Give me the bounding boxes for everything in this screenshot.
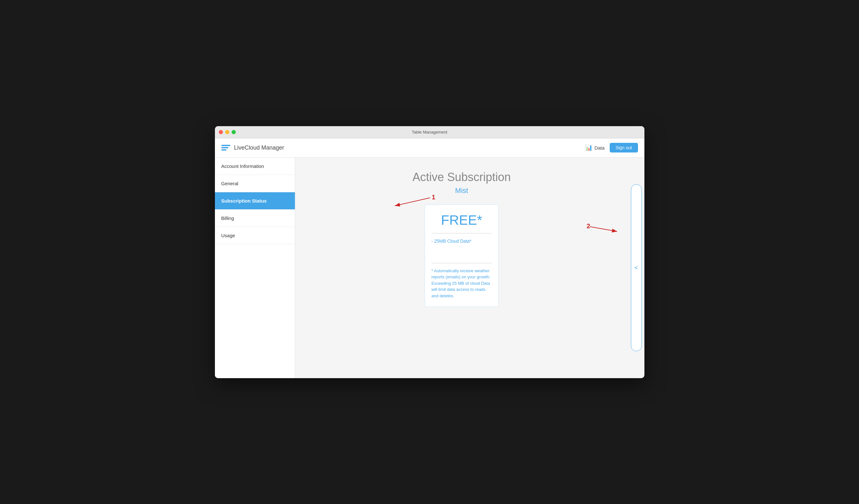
close-button[interactable] [219,130,223,134]
logo-bar-3 [221,149,226,151]
sidebar-item-billing[interactable]: Billing [215,210,295,227]
scroll-panel[interactable]: < [631,184,642,351]
titlebar: Table Management [215,126,644,138]
chart-icon: 📊 [585,144,592,151]
logo-bar-1 [221,145,230,146]
window-controls [219,130,236,134]
window-title: Table Management [412,130,448,135]
data-link[interactable]: 📊 Data [585,144,605,151]
svg-text:1: 1 [432,193,435,201]
main-content: Active Subscription Mist FREE* - 25MB Cl… [295,158,628,378]
page-subtitle: Mist [455,187,468,195]
svg-line-4 [590,227,617,232]
annotation-arrow-2: 2 [587,222,625,238]
subscription-note: * Automatically receive weather reports … [432,268,492,299]
sidebar-item-general[interactable]: General [215,175,295,192]
sidebar: Account Information General Subscription… [215,158,295,378]
card-divider-1 [432,233,492,233]
logo-area: LiveCloud Manager [221,144,284,151]
data-label: Data [594,145,605,151]
right-panel: 2 < [628,158,644,378]
minimize-button[interactable] [225,130,229,134]
chevron-left-icon: < [634,265,638,271]
page-title: Active Subscription [412,171,511,184]
body-layout: Account Information General Subscription… [215,158,644,378]
card-divider-2 [432,263,492,263]
subscription-card: FREE* - 25MB Cloud Data* * Automatically… [425,204,499,307]
header-right: 📊 Data Sign out [585,143,638,153]
svg-text:2: 2 [587,222,590,230]
application-window: Table Management LiveCloud Manager 📊 Dat… [215,126,644,378]
svg-line-1 [395,198,430,206]
sidebar-item-subscription-status[interactable]: Subscription Status [215,192,295,210]
logo-text: LiveCloud Manager [234,144,284,151]
app-header: LiveCloud Manager 📊 Data Sign out [215,138,644,158]
subscription-price: FREE* [441,212,482,228]
sidebar-item-account-information[interactable]: Account Information [215,158,295,175]
subscription-feature: - 25MB Cloud Data* [432,238,471,243]
maximize-button[interactable] [231,130,236,134]
sidebar-item-usage[interactable]: Usage [215,227,295,244]
logo-bar-2 [221,147,228,148]
logo-icon [221,145,230,151]
signout-button[interactable]: Sign out [610,143,638,153]
